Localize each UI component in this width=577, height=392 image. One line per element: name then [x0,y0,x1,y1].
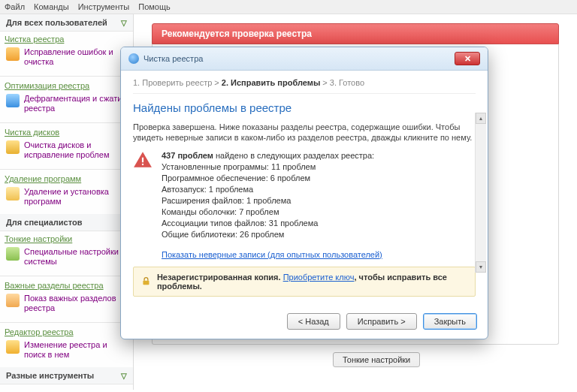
dialog-titlebar[interactable]: Чистка реестра ✕ [121,47,488,71]
sidebar-item-disk-clean[interactable]: Очистка дисков и исправление проблем [5,139,128,163]
dialog-intro: Проверка завершена. Ниже показаны раздел… [133,122,476,143]
result-item[interactable]: Ассоциации типов файлов: 31 проблема [162,218,382,229]
buy-key-link[interactable]: Приобретите ключ [283,273,355,282]
alert-banner: Рекомендуется проверка реестра [152,23,559,44]
crumb-step2: 2. Исправить проблемы [222,78,320,87]
dialog-heading: Найдены проблемы в реестре [133,101,476,114]
sidebar-item-fine-tuning[interactable]: Специальные настройки системы [5,246,128,270]
sidebar: Для всех пользователей▽ Чистка реестра И… [0,14,134,390]
broom-icon [6,140,20,154]
sidebar-group-specialists[interactable]: Для специалистов [0,214,133,231]
crumb-step3: 3. Готово [330,78,364,87]
unregistered-notice: Незарегистрированная копия. Приобретите … [133,267,476,297]
sidebar-item-defrag[interactable]: Дефрагментация и сжатие реестра [5,92,128,116]
sidebar-item-uninstall[interactable]: Удаление и установка программ [5,185,128,210]
section-uninstall[interactable]: Удаление программ [5,174,128,183]
result-item[interactable]: Расширения файлов: 1 проблема [162,195,382,207]
sidebar-item-reg-editor[interactable]: Изменение реестра и поиск в нем [5,339,128,363]
sidebar-group-misc[interactable]: Разные инструменты▽ [0,367,133,384]
svg-rect-1 [142,164,143,165]
menu-commands[interactable]: Команды [34,2,69,11]
gear-icon [6,247,20,261]
section-registry-opt[interactable]: Оптимизация реестра [5,81,128,90]
fine-tuning-button[interactable]: Тонкие настройки [333,352,420,367]
box-icon [6,187,20,201]
crumb-step1: 1. Проверить реестр [133,78,212,87]
section-reg-editor[interactable]: Редактор реестра [5,327,128,336]
fix-dialog: Чистка реестра ✕ 1. Проверить реестр > 2… [120,47,488,339]
dialog-title-text: Чистка реестра [143,54,203,63]
scrollbar[interactable]: ▴ ▾ [475,113,486,273]
chevron-down-icon: ▽ [121,19,127,27]
menu-file[interactable]: Файл [5,2,25,11]
result-list: 437 проблем найдено в следующих разделах… [162,150,382,261]
result-item[interactable]: Автозапуск: 1 проблема [162,184,382,195]
notice-pre: Незарегистрированная копия. [157,273,283,282]
svg-rect-2 [143,281,149,285]
folder-icon [6,294,20,307]
result-item[interactable]: Общие библиотеки: 26 проблем [162,229,382,240]
section-fine-tuning[interactable]: Тонкие настройки [5,234,128,243]
close-dialog-button[interactable]: Закрыть [423,313,477,330]
warning-icon [133,150,153,170]
section-disk-clean[interactable]: Чистка дисков [5,128,128,137]
section-key-regs[interactable]: Важные разделы реестра [5,281,128,290]
wrench-icon [6,47,20,61]
scroll-down-icon[interactable]: ▾ [476,261,486,273]
compress-icon [6,94,20,107]
chevron-down-icon: ▽ [121,372,127,380]
menubar: Файл Команды Инструменты Помощь [0,0,577,14]
lock-icon [141,276,151,287]
result-item[interactable]: Установленные программы: 11 проблем [162,161,382,173]
advanced-link[interactable]: Показать неверные записи (для опытных по… [162,249,382,261]
close-button[interactable]: ✕ [455,52,480,65]
menu-tools[interactable]: Инструменты [78,2,130,11]
sidebar-item-key-regs[interactable]: Показ важных разделов реестра [5,292,128,316]
app-icon [128,53,139,64]
result-item[interactable]: Программное обеспечение: 6 проблем [162,173,382,184]
section-registry-clean[interactable]: Чистка реестра [5,35,128,44]
sidebar-item-fix-errors[interactable]: Исправление ошибок и очистка [5,46,128,70]
breadcrumb: 1. Проверить реестр > 2. Исправить пробл… [133,78,476,94]
result-item[interactable]: Команды оболочки: 7 проблем [162,207,382,218]
svg-rect-0 [142,158,143,163]
back-button[interactable]: < Назад [287,313,340,330]
sidebar-group-all-users[interactable]: Для всех пользователей▽ [0,14,133,32]
menu-help[interactable]: Помощь [138,2,171,11]
fix-button[interactable]: Исправить > [346,313,417,330]
edit-icon [6,340,20,354]
scroll-up-icon[interactable]: ▴ [476,113,486,124]
